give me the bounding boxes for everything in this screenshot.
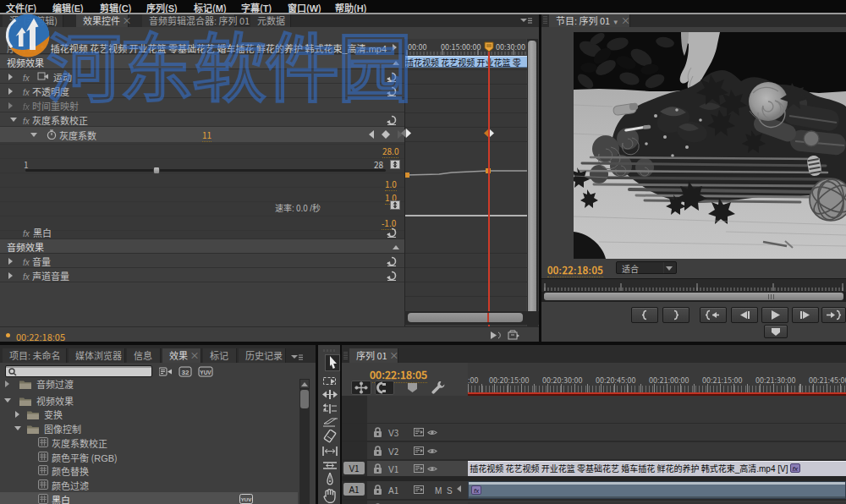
svg-text:YUV: YUV: [200, 370, 212, 375]
svg-text:32: 32: [182, 369, 190, 376]
svg-text:YUV: YUV: [241, 497, 251, 502]
